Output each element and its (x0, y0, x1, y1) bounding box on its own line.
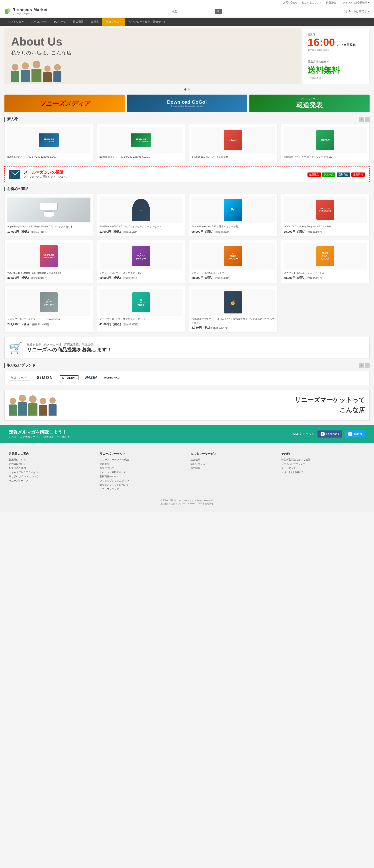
proposal-icon: 🛒 (9, 342, 23, 354)
rec-product-1[interactable]: Apple Magic Keyboard / Magic Mouse 2 ワンボ… (4, 193, 93, 237)
new-arrivals-header: 新入荷 ‹ › (4, 117, 370, 122)
brands-next[interactable]: › (365, 363, 370, 368)
footer-col1-link-5[interactable]: 取り扱いブランドについて (9, 475, 93, 478)
nav-download[interactable]: ダウンロード販売（外部サイト） (125, 18, 172, 26)
figure-5 (54, 64, 61, 82)
footer-col2-link-4[interactable]: サポート・対応のルール (100, 471, 183, 474)
new-arrival-1[interactable]: DDR3L 4GB PC3L-12800S Buffalo 純正メモリ 4GB … (4, 124, 93, 163)
rec-price-sub-6: (税抜 9,722円) (123, 277, 137, 279)
shipping-info: 営業日 16:00 まで 当日発送 繁忙時や休業日を除く (308, 33, 365, 52)
brands-grid: 取扱：ブランド SiMON ⊕ TOKIWA NAZEA MEDIA NAVI (4, 370, 370, 385)
rec-price-1: 17,000円（税込）(税抜 15,741円) (7, 230, 91, 234)
meishi-img: 名刺管理 (316, 130, 334, 150)
topbar-login[interactable]: ログインまたは会員登録▼ (340, 1, 370, 4)
footer-col4-link-3[interactable]: サイトマップ (281, 466, 365, 470)
nav-daily[interactable]: 日用品 (87, 18, 102, 26)
footer-col2-link-7[interactable]: 取り扱いブランドについて (100, 483, 183, 487)
rec-name-7: メガソフト 3D食器店プランナー (192, 271, 275, 275)
footer-col1-link-6[interactable]: リニーズメディア (9, 479, 93, 483)
rec-img-11: ☝ (192, 289, 275, 316)
footer-col2-link-1[interactable]: リニーズマーケットの功績 (100, 458, 183, 461)
banner-download[interactable]: Download GoGo! Powered by Re:needs Marke… (127, 95, 247, 112)
rec-product-2[interactable]: 🎧 BlueParrott B350-XT ノイズキャンセリングヘッドセット 1… (97, 193, 185, 237)
footer-col2-link-3[interactable]: 商品について (100, 466, 183, 470)
footer-col2-link-2[interactable]: 会社概要 (100, 462, 183, 466)
rec-product-5[interactable]: VOCALOIDStarter Pack VOCALOID 4 Starter … (4, 240, 93, 283)
footer-col4-link-2[interactable]: プライバシーポリシー (281, 462, 365, 466)
brand-item-3[interactable]: ⊕ TOKIWA (60, 375, 78, 380)
brand-logo-5: MEDIA NAVI (104, 376, 121, 379)
twitter-button[interactable]: t Twitter (345, 430, 365, 438)
footer-col1-link-1[interactable]: 営業日について (9, 458, 93, 461)
brand-item-1[interactable]: 取扱：ブランド (9, 375, 30, 380)
logo-icon (4, 8, 11, 14)
brand-item-4[interactable]: NAZEA (85, 376, 97, 380)
facebook-label: Facebook (326, 432, 339, 436)
banner-press[interactable]: プレスリリース 報道発表 (249, 95, 370, 112)
brand-item-2[interactable]: SiMON (37, 375, 53, 380)
search-button[interactable]: 🔍 (215, 9, 222, 14)
proposal-main: リニーズへの商品提案を募集します！ (27, 346, 112, 353)
footer-col2-link-6[interactable]: いちもんプレミアムポイント (100, 479, 183, 483)
footer-col4-link-1[interactable]: 特定商取引法に基づく表記 (281, 458, 365, 461)
rec-img-3: Ps (192, 196, 275, 223)
footer-col1-link-4[interactable]: いちもんプレミアムポイント (9, 471, 93, 474)
hero-section: About Us 私たちのお店は、こんな店。 (4, 28, 370, 84)
download-sub: Powered by Re:needs Market (167, 105, 207, 108)
newsletter-banner[interactable]: メールマガジンの通販 メルマガだけの通販をやっています。 数量限定 訳あり品 品… (4, 166, 370, 182)
nav-software[interactable]: ソフトウェア (4, 18, 28, 26)
hero-figures (11, 61, 294, 84)
dot-2[interactable] (188, 88, 190, 91)
fingerprint-img: ☝ (224, 291, 242, 313)
new-arrivals-prev[interactable]: ‹ (359, 117, 364, 122)
footer-col1-link-2[interactable]: 定休日について (9, 462, 93, 466)
facebook-button[interactable]: f Facebook (317, 430, 342, 438)
nav-pc-main[interactable]: パソコン本体 (28, 18, 50, 26)
topbar-compare[interactable]: 商品比較 (326, 1, 336, 4)
footer-col-4: その他 特定商取引法に基づく表記 プライバシーポリシー サイトマップ サポートと… (281, 452, 365, 492)
nav-pc-parts[interactable]: PCパーツ (50, 18, 69, 26)
footer-col2-link-5[interactable]: 取扱商品のルール (100, 475, 183, 478)
footer-col1-link-3[interactable]: 配送日のご案内 (9, 466, 93, 470)
rec-product-8[interactable]: 3D工業イラストワークス メガソフト 3D工業イラストワークス 48,000円（… (281, 240, 370, 283)
rec-product-7[interactable]: 3D食器店プランナー メガソフト 3D食器店プランナー 28,000円（税込）(… (189, 240, 278, 283)
rec-product-4[interactable]: VOCALOIDV4 Complete VOCALOID 4 Library M… (281, 193, 370, 237)
new-arrival-2[interactable]: DDR3L 4GB PC3L-12800S CL11 Buffalo 純正メモリ… (97, 124, 185, 163)
photoshop-img: Ps (224, 199, 242, 221)
brand-item-5[interactable]: MEDIA NAVI (104, 376, 121, 379)
topbar-wishlist[interactable]: 欲しいものリスト (302, 1, 322, 4)
cart-text: カートは空です▼ (348, 10, 370, 13)
footer-col3-link-1[interactable]: 注文検索 (191, 458, 274, 461)
brands-prev[interactable]: ‹ (359, 363, 364, 368)
proposal-banner[interactable]: 🛒 販路をお探しのメーカー様、卸売業者様、代理店様 リニーズへの商品提案を募集し… (4, 337, 370, 359)
logo[interactable]: Re:needs Market リニーズマーケット (4, 7, 48, 15)
search-input[interactable] (170, 9, 214, 14)
logo-main-text: Re:needs Market (12, 7, 48, 12)
brand-logo-1: 取扱：ブランド (9, 375, 30, 380)
new-arrival-3[interactable]: e.Typist e.Typist 15.0 OCRソフトの決定版 (189, 124, 278, 163)
twitter-label: Twitter (353, 432, 362, 436)
rec-product-3[interactable]: Ps Adobe Photoshop CS5.4 通常パッケージ版 95,000… (189, 193, 278, 237)
cart-area[interactable]: 🛒 カートは空です▼ (344, 9, 370, 13)
rec-price-sub-3: (税抜 87,963円) (215, 231, 230, 233)
nav-peripherals[interactable]: 周辺機器 (69, 18, 87, 26)
topbar-inquiry[interactable]: お問い合わせ (283, 1, 298, 4)
footer-col3-link-2[interactable]: ほしい物リスト (191, 462, 274, 466)
nav-brands[interactable]: 取扱ブランド (102, 18, 125, 26)
rec-product-6[interactable]: 3Dオフィスデザイナー メガソフト 3Dオフィスデザイナー LM 10,500円… (97, 240, 185, 283)
rec-product-11[interactable]: ☝ 指紋認証アダプター TE-FPA パソコンを指紋でログインできる時代がやって… (189, 286, 278, 333)
newsletter-sub: メルマガだけの通販をやっています。 (24, 175, 304, 179)
footer-col4-link-4[interactable]: サポートと問題解決 (281, 471, 365, 474)
footer-col4-title: その他 (281, 452, 365, 456)
footer-col3-link-3[interactable]: 商品比較 (191, 466, 274, 470)
footer-col2-link-8[interactable]: リニーズメディア (100, 488, 183, 491)
rec-product-9[interactable]: 3Dアーキデザイナー メガソフト 3Dアーキデザイナー 10 Professio… (4, 286, 93, 333)
about-fig-4 (39, 398, 47, 415)
ram-img-1: DDR3L 4GB PC3L-12800S (39, 133, 59, 147)
rec-product-10[interactable]: 3DオフィスPRO 4 メガソフト 3Dオフィスデザイナー PRO 4 41,0… (97, 286, 185, 333)
banner-sony[interactable]: ソニーズメディア (4, 95, 125, 112)
dot-1[interactable] (184, 88, 186, 91)
new-arrival-4[interactable]: 名刺管理 名刺管理 やさしく名刺ファイリング Pro 15... (281, 124, 370, 163)
new-arrivals-next[interactable]: › (365, 117, 370, 122)
press-label: 報道発表 (296, 101, 323, 110)
